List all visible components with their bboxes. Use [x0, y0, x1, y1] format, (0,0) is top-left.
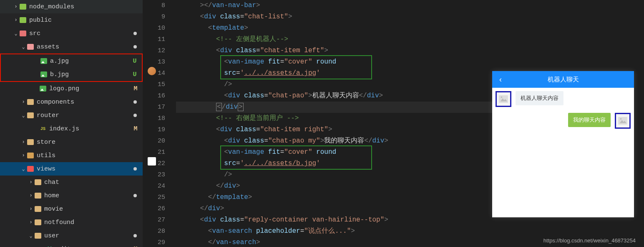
code-line[interactable]: <template>: [176, 23, 627, 34]
chevron-icon: ›: [28, 193, 34, 199]
highlighted-files-box: a.jpgUb.jpgU: [0, 53, 143, 82]
git-status: U: [131, 58, 138, 65]
file-icon: [34, 219, 42, 226]
bot-message: 机器人聊天内容: [516, 91, 564, 105]
watermark: https://blog.csdn.net/weixin_46873254: [543, 237, 636, 244]
back-icon[interactable]: ‹: [492, 75, 509, 84]
tree-item-node_modules[interactable]: ›node_modules: [0, 0, 143, 13]
svg-point-5: [620, 118, 622, 120]
chevron-icon: ›: [20, 153, 27, 158]
line-number: 29: [143, 237, 165, 247]
gutter-avatar-1: [148, 67, 156, 75]
gutter-avatar-2: [148, 157, 156, 166]
line-number: 12: [143, 45, 165, 56]
file-icon: [34, 205, 42, 213]
tree-item-b-jpg[interactable]: b.jpgU: [1, 68, 142, 81]
tree-item-components[interactable]: ›components: [0, 95, 143, 109]
item-label: public: [29, 17, 139, 24]
chevron-icon: ›: [28, 219, 34, 225]
chevron-icon: ›: [13, 17, 19, 23]
item-label: router: [37, 112, 133, 119]
tree-item-movie[interactable]: ›movie: [0, 202, 143, 216]
chevron-icon: ›: [20, 99, 27, 105]
my-message: 我的聊天内容: [568, 113, 611, 127]
bot-avatar-placeholder: [496, 91, 511, 107]
tree-item-chat[interactable]: ›chat: [0, 176, 143, 189]
item-label: edit.vue: [56, 246, 132, 247]
modified-dot-icon: [133, 45, 137, 48]
item-label: a.jpg: [50, 58, 131, 65]
file-icon: [40, 71, 48, 78]
chat-item-left: 机器人聊天内容: [496, 91, 631, 107]
file-icon: [27, 165, 34, 173]
code-line[interactable]: <!-- 左侧是机器人-->: [176, 34, 627, 45]
file-icon: [39, 85, 47, 92]
chat-item-right: 我的聊天内容: [496, 113, 631, 129]
item-label: store: [37, 139, 139, 146]
line-number: 10: [143, 23, 165, 34]
file-icon: [27, 152, 34, 159]
preview-navbar: ‹ 机器人聊天: [492, 71, 634, 88]
file-icon: [34, 192, 42, 199]
git-status: M: [132, 85, 139, 92]
tree-item-store[interactable]: ›store: [0, 135, 143, 149]
tree-item-a-jpg[interactable]: a.jpgU: [1, 54, 142, 68]
chevron-icon: ›: [28, 206, 34, 212]
line-number: 25: [143, 192, 165, 203]
chevron-icon: ⌄: [28, 233, 34, 239]
item-label: node_modules: [29, 3, 139, 10]
item-label: index.js: [49, 125, 132, 132]
svg-point-2: [501, 97, 503, 98]
file-icon: [19, 16, 27, 24]
item-label: b.jpg: [50, 71, 131, 78]
tree-item-logo-png[interactable]: logo.pngM: [0, 82, 143, 95]
modified-dot-icon: [133, 100, 137, 104]
line-number: 19: [143, 124, 165, 135]
tree-item-public[interactable]: ›public: [0, 13, 143, 27]
file-explorer: ›node_modules›public⌄src⌄assetsa.jpgUb.j…: [0, 0, 143, 247]
chat-list: 机器人聊天内容 我的聊天内容: [492, 88, 634, 138]
modified-dot-icon: [133, 114, 137, 117]
user-avatar-placeholder: [615, 113, 631, 129]
tree-item-index-js[interactable]: JSindex.jsM: [0, 122, 143, 135]
code-line[interactable]: ></van-nav-bar>: [176, 0, 627, 11]
line-number: 28: [143, 226, 165, 237]
chevron-icon: ⌄: [20, 44, 27, 50]
chevron-icon: ⌄: [20, 166, 27, 172]
code-line[interactable]: <van-image fit="cover" round: [176, 56, 627, 68]
chevron-icon: ⌄: [13, 31, 19, 37]
modified-dot-icon: [133, 234, 137, 237]
git-status: M: [132, 246, 139, 247]
code-line[interactable]: <div class="chat-item left">: [176, 45, 627, 56]
tree-item-src[interactable]: ⌄src: [0, 27, 143, 40]
tree-item-notfound[interactable]: ›notfound: [0, 216, 143, 229]
file-icon: [34, 232, 42, 239]
file-icon: [27, 98, 34, 106]
file-icon: [34, 178, 42, 186]
line-number: 13: [143, 56, 165, 68]
app-preview: ‹ 机器人聊天 机器人聊天内容 我的聊天内容: [492, 71, 634, 217]
line-number: 8: [143, 0, 165, 11]
item-label: assets: [37, 43, 133, 51]
tree-item-utils[interactable]: ›utils: [0, 149, 143, 162]
tree-item-router[interactable]: ⌄router: [0, 109, 143, 122]
tree-item-home[interactable]: ›home: [0, 189, 143, 202]
line-number: 20: [143, 135, 165, 147]
modified-dot-icon: [133, 167, 137, 171]
code-line[interactable]: <div class="chat-list">: [176, 11, 627, 23]
tree-item-views[interactable]: ⌄views: [0, 162, 143, 176]
tree-item-edit-vue[interactable]: Vedit.vueM: [0, 242, 143, 247]
file-icon: [19, 3, 27, 10]
line-number: 9: [143, 11, 165, 23]
tree-item-user[interactable]: ⌄user: [0, 229, 143, 242]
line-number: 11: [143, 34, 165, 45]
file-icon: [40, 57, 48, 65]
chevron-icon: ›: [13, 4, 19, 10]
line-number: 15: [143, 79, 165, 90]
modified-dot-icon: [133, 194, 137, 197]
code-line[interactable]: <van-search placeholder="说点什么...">: [176, 226, 627, 237]
line-number: 21: [143, 147, 165, 158]
tree-item-assets[interactable]: ⌄assets: [0, 40, 143, 53]
line-number: 17: [143, 102, 165, 113]
item-label: user: [44, 232, 133, 239]
